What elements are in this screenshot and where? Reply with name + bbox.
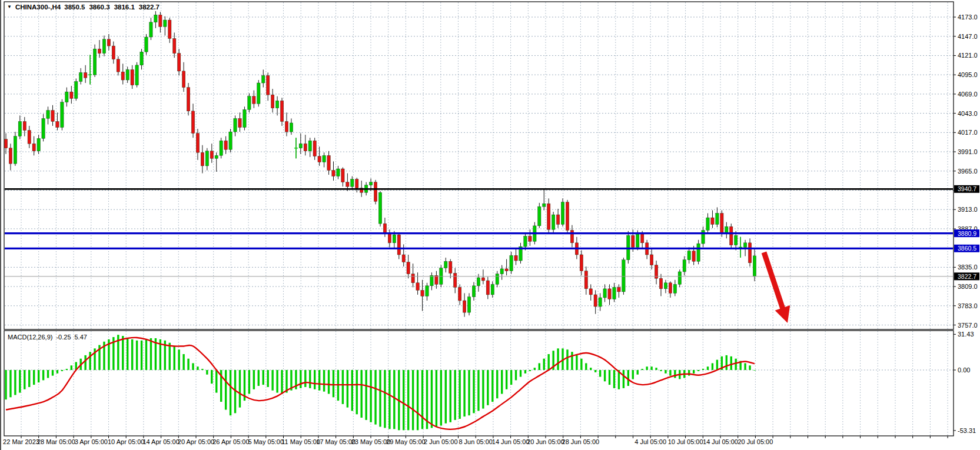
date-axis-label: 20 Jul 05:00 [738, 438, 773, 445]
price-axis-label: 3809.0 [958, 283, 978, 290]
macd-scale-label: -53.31 [958, 427, 976, 434]
macd-indicator-label: MACD(12,26,9) -0.25 5.47 [8, 334, 87, 341]
date-axis-label: 8 Jun 05:00 [459, 438, 493, 445]
price-axis-label: 3965.0 [958, 168, 978, 175]
macd-name: MACD(12,26,9) [8, 334, 52, 341]
quote-open: 3850.5 [64, 4, 85, 11]
price-badge: 3822.7 [958, 273, 976, 280]
price-axis-label: 3835.0 [958, 264, 978, 271]
date-axis-label: 23 May 05:00 [351, 438, 391, 445]
date-axis-label: 20 Apr 05:00 [178, 438, 214, 445]
date-axis-label: 11 May 05:00 [281, 438, 320, 445]
macd-current-value: -0.25 [56, 334, 71, 341]
chart-canvas[interactable]: 3757.03783.03809.03835.03887.03913.03965… [0, 0, 980, 450]
quote-high: 3860.3 [89, 4, 109, 11]
date-axis-label: 28 Jun 05:00 [562, 438, 600, 445]
price-axis-label: 4043.0 [958, 110, 978, 117]
date-axis-label: 22 Mar 2023 [3, 438, 39, 445]
grid-lines [5, 2, 956, 438]
price-badge: 3940.7 [958, 185, 976, 192]
price-axis-label: 3757.0 [958, 322, 978, 329]
arrow-head [775, 305, 790, 323]
date-axis-label: 10 Apr 05:00 [108, 438, 144, 445]
date-axis-label: 14 Jul 05:00 [703, 438, 738, 445]
trend-arrow[interactable] [764, 252, 790, 323]
date-axis-label: 2 Jun 05:00 [424, 438, 458, 445]
price-axis-label: 4017.0 [958, 129, 978, 136]
date-axis-label: 14 Apr 05:00 [142, 438, 179, 445]
date-axis-label: 29 May 05:00 [386, 438, 426, 445]
price-axis-label: 4095.0 [958, 71, 978, 78]
date-axis-label: 17 May 05:00 [316, 438, 356, 445]
date-axis-label: 3 Apr 05:00 [75, 438, 108, 445]
macd-scale-label: 31.43 [958, 331, 974, 338]
price-badge: 3880.9 [958, 230, 976, 237]
macd-signal-value: 5.47 [75, 334, 87, 341]
price-axis-label: 3991.0 [958, 148, 978, 155]
price-axis-label: 3913.0 [958, 206, 978, 213]
axis-labels: 3757.03783.03809.03835.03887.03913.03965… [3, 14, 978, 445]
candlestick-series [4, 11, 756, 317]
price-axis-label: 4121.0 [958, 52, 978, 59]
date-axis-label: 10 Jul 05:00 [668, 438, 703, 445]
symbol-period-label: CHINA300-,H4 [15, 4, 61, 11]
horizontal-level-lines[interactable] [5, 189, 953, 276]
macd-scale-label: 0.00 [958, 366, 970, 374]
date-axis-label: 28 Mar 05:00 [37, 438, 75, 445]
price-badge: 3860.5 [958, 245, 976, 252]
price-axis-label: 4173.0 [958, 14, 978, 21]
date-axis-label: 5 May 05:00 [248, 438, 284, 445]
price-axis-label: 4147.0 [958, 33, 978, 40]
macd-panel-content [5, 335, 755, 430]
quote-low: 3816.1 [114, 4, 135, 11]
symbol-dropdown-icon[interactable]: ▼ [7, 5, 12, 9]
date-axis-label: 20 Jun 05:00 [527, 438, 564, 445]
date-axis-label: 26 Apr 05:00 [212, 438, 249, 445]
price-axis-label: 3783.0 [958, 302, 978, 309]
price-axis-label: 4069.0 [958, 91, 978, 98]
date-axis-label: 4 Jul 05:00 [634, 438, 666, 445]
quote-ohlc: 3850.5 3860.3 3816.1 3822.7 [64, 4, 160, 11]
quote-close: 3822.7 [139, 4, 160, 11]
mt4-chart-window: ▼ CHINA300-,H4 3850.5 3860.3 3816.1 3822… [0, 0, 980, 450]
date-axis-label: 14 Jun 05:00 [492, 438, 530, 445]
chart-title-bar: ▼ CHINA300-,H4 3850.5 3860.3 3816.1 3822… [7, 4, 160, 11]
